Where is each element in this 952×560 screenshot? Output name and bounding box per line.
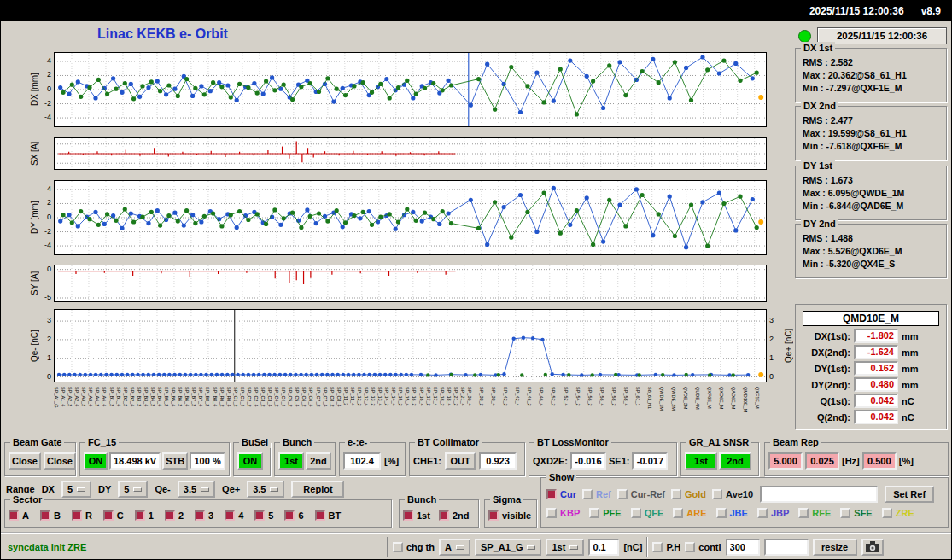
bunch-checkbox-1st-checkbox[interactable] — [403, 510, 413, 521]
show-option-cur-ref[interactable]: Cur-Ref — [617, 489, 665, 499]
show-option-cur-ref-checkbox[interactable] — [617, 489, 628, 499]
sigma-visible-checkbox[interactable]: visible — [488, 510, 531, 521]
sector-checkbox-3-label: 3 — [208, 510, 213, 521]
sector-checkbox-c-checkbox[interactable] — [103, 510, 114, 521]
sector-checkbox-bt-checkbox[interactable] — [315, 510, 325, 521]
sector-checkbox-r[interactable]: R — [72, 510, 92, 521]
sector-checkbox-3[interactable]: 3 — [195, 510, 213, 521]
show-option-zre[interactable]: ZRE — [882, 508, 914, 518]
bunch-checkbox-2nd[interactable]: 2nd — [439, 510, 470, 521]
monitor-row-unit: mm — [902, 364, 919, 374]
show-option-qfe[interactable]: QFE — [631, 508, 664, 518]
bunch-1st-button[interactable]: 1st — [278, 452, 304, 470]
show-option-ref[interactable]: Ref — [582, 489, 611, 499]
show-option-gold[interactable]: Gold — [671, 489, 706, 499]
sector-checkbox-1-checkbox[interactable] — [135, 510, 145, 521]
range-qep-select[interactable]: 3.5 — [247, 481, 284, 498]
sector-checkbox-6-checkbox[interactable] — [284, 510, 295, 521]
sector-checkbox-5-checkbox[interactable] — [254, 510, 265, 521]
bunch-select[interactable]: 1st — [546, 539, 584, 556]
x-axis-label: SP_52_4 — [564, 387, 569, 406]
beam-gate-close-button-2[interactable]: Close — [44, 452, 76, 470]
show-option-rfe-checkbox[interactable] — [798, 508, 809, 518]
sector-checkbox-4-checkbox[interactable] — [225, 510, 235, 521]
sector-checkbox-2-checkbox[interactable] — [165, 510, 175, 521]
beam-gate-close-button-1[interactable]: Close — [9, 452, 41, 470]
sector-checkbox-5[interactable]: 5 — [254, 510, 273, 521]
ph-checkbox[interactable] — [652, 542, 663, 552]
bunch-checkbox-2nd-label: 2nd — [453, 510, 470, 521]
stat-box-dx-1st: DX 1st RMS : 2.582 Max : 20.362@S8_61_H1… — [795, 48, 947, 102]
sector-checkbox-6[interactable]: 6 — [284, 510, 303, 521]
chg-th-checkbox[interactable] — [393, 542, 403, 552]
ph-checkbox-item[interactable]: P.H — [652, 542, 680, 552]
chg-th-checkbox-item[interactable]: chg th — [393, 542, 435, 552]
show-option-qfe-checkbox[interactable] — [631, 508, 641, 518]
panel-label: FC_15 — [85, 436, 119, 448]
show-option-zre-checkbox[interactable] — [882, 508, 892, 518]
range-dx-select[interactable]: 5 — [61, 481, 91, 498]
sector-checkbox-b[interactable]: B — [40, 510, 61, 521]
conti-checkbox-item[interactable]: conti — [685, 542, 721, 552]
screenshot-button[interactable] — [861, 539, 884, 556]
sector-checkbox-2[interactable]: 2 — [165, 510, 184, 521]
show-option-ref-label: Ref — [596, 489, 611, 499]
fc15-stb-button[interactable]: STB — [162, 452, 188, 470]
sector-checkbox-a[interactable]: A — [9, 510, 29, 521]
snsr-2nd-button[interactable]: 2nd — [719, 452, 751, 470]
blank-input[interactable] — [764, 539, 809, 556]
sector-checkbox-3-checkbox[interactable] — [195, 510, 205, 521]
show-option-jbe[interactable]: JBE — [716, 508, 748, 518]
show-option-jbp[interactable]: JBP — [757, 508, 789, 518]
show-option-pfe[interactable]: PFE — [589, 508, 621, 518]
show-option-kbp-checkbox[interactable] — [546, 508, 557, 518]
threshold-input[interactable] — [588, 539, 619, 556]
snsr-1st-button[interactable]: 1st — [685, 452, 717, 470]
set-ref-button[interactable]: Set Ref — [885, 486, 934, 503]
sector-checkbox-c[interactable]: C — [103, 510, 124, 521]
bunch-2nd-button[interactable]: 2nd — [306, 452, 331, 470]
show-option-jbe-checkbox[interactable] — [716, 508, 727, 518]
sector-select[interactable]: A — [439, 539, 470, 556]
show-option-cur[interactable]: Cur — [546, 489, 576, 499]
x-axis-label: SP_46_2 — [527, 387, 532, 406]
x-axis-label: SP_18_2 — [440, 387, 445, 406]
range-dy-select[interactable]: 5 — [118, 481, 148, 498]
range-qem-select[interactable]: 3.5 — [178, 481, 215, 498]
show-option-pfe-checkbox[interactable] — [589, 508, 599, 518]
bunch-checkbox-1st[interactable]: 1st — [403, 510, 430, 521]
che1-out-button[interactable]: OUT — [445, 452, 476, 470]
show-option-rfe[interactable]: RFE — [798, 508, 831, 518]
bunch-checkbox-2nd-checkbox[interactable] — [439, 510, 449, 521]
sector-checkbox-a-checkbox[interactable] — [9, 510, 19, 521]
show-option-ref-checkbox[interactable] — [582, 489, 593, 499]
resize-button[interactable]: resize — [813, 539, 857, 556]
show-option-are-label: ARE — [686, 508, 706, 518]
sector-checkbox-bt[interactable]: BT — [315, 510, 342, 521]
conti-checkbox[interactable] — [685, 542, 695, 552]
replot-button[interactable]: Replot — [291, 481, 344, 498]
show-option-sfe[interactable]: SFE — [840, 508, 872, 518]
interval-input[interactable] — [726, 539, 760, 556]
show-option-cur-checkbox[interactable] — [546, 489, 557, 499]
show-option-sfe-checkbox[interactable] — [840, 508, 850, 518]
show-option-ave10-checkbox[interactable] — [712, 489, 722, 499]
show-option-gold-checkbox[interactable] — [671, 489, 681, 499]
show-option-jbp-checkbox[interactable] — [757, 508, 768, 518]
busel-on-button[interactable]: ON — [237, 452, 263, 470]
bpm-select[interactable]: SP_A1_G — [475, 539, 542, 556]
show-option-kbp[interactable]: KBP — [546, 508, 580, 518]
x-axis-label: SP_A2_2 — [67, 387, 73, 406]
sector-checkbox-4[interactable]: 4 — [225, 510, 243, 521]
sector-checkbox-b-checkbox[interactable] — [40, 510, 50, 521]
x-axis-label: SP_C3_2 — [260, 387, 266, 407]
ref-name-input[interactable] — [760, 486, 878, 503]
sector-checkbox-1[interactable]: 1 — [135, 510, 154, 521]
x-axis-label: QAD6E_M — [731, 387, 736, 409]
show-option-are-checkbox[interactable] — [673, 508, 683, 518]
fc15-on-button[interactable]: ON — [84, 452, 108, 470]
sigma-visible-checkbox-checkbox[interactable] — [488, 510, 499, 521]
show-option-are[interactable]: ARE — [673, 508, 706, 518]
sector-checkbox-r-checkbox[interactable] — [72, 510, 82, 521]
show-option-ave10[interactable]: Ave10 — [712, 489, 753, 499]
